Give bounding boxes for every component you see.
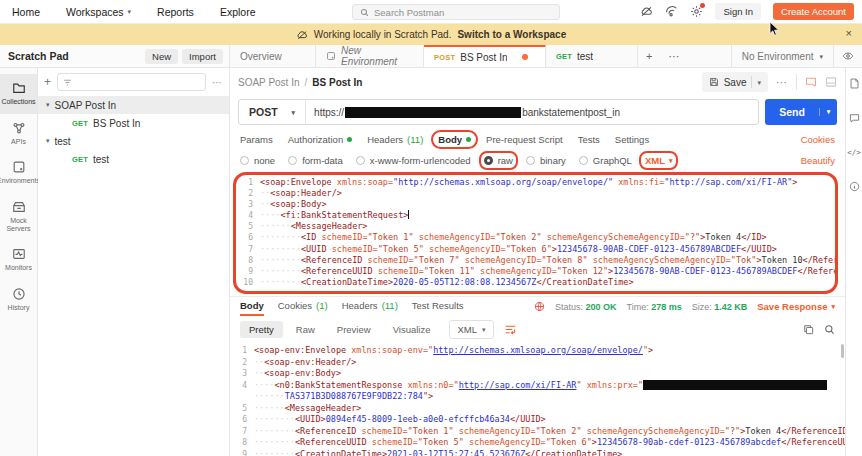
info-icon[interactable] xyxy=(849,181,860,192)
new-button[interactable]: New xyxy=(145,49,178,64)
save-options-chevron-icon[interactable]: ▾ xyxy=(757,79,761,86)
sidebar-rail-environments[interactable]: Environments xyxy=(0,153,37,193)
search-response-icon[interactable] xyxy=(824,324,835,335)
documentation-icon[interactable] xyxy=(849,78,860,89)
body-mode-none[interactable]: none xyxy=(240,155,275,166)
send-options-chevron-icon[interactable]: ▾ xyxy=(819,108,837,116)
body-language-selector[interactable]: XML ▾ xyxy=(645,155,673,166)
body-mode-graphql[interactable]: GraphQL xyxy=(579,155,632,166)
create-account-button[interactable]: Create Account xyxy=(773,3,854,20)
line-number: 4 xyxy=(236,210,260,221)
add-tab-button[interactable]: + xyxy=(638,45,660,67)
wrap-lines-icon[interactable] xyxy=(504,323,517,336)
url-input[interactable]: https://bankstatementpost_in xyxy=(306,107,628,118)
tree-collection-soap-post-in[interactable]: ▾SOAP Post In xyxy=(38,96,229,114)
comment-icon[interactable] xyxy=(849,113,860,124)
code-token: <MessageHeader> xyxy=(291,221,368,231)
view-mode-raw[interactable]: Raw xyxy=(287,321,324,338)
code-token: "Token 1" xyxy=(368,232,414,242)
sidebar-rail-apis[interactable]: APIs xyxy=(0,114,37,154)
request-body-editor[interactable]: 1<soap:Envelope xmlns:soap="http://schem… xyxy=(236,175,835,291)
response-tab-headers[interactable]: Headers(11) xyxy=(342,297,398,316)
topnav-item-workspaces[interactable]: Workspaces▾ xyxy=(66,6,131,18)
scrollbar-thumb[interactable] xyxy=(841,344,844,358)
response-tab-cookies[interactable]: Cookies(1) xyxy=(278,297,328,316)
send-button[interactable]: Send ▾ xyxy=(765,99,837,125)
tab-request-test[interactable]: GETtest xyxy=(546,45,638,67)
tree-collection-test[interactable]: ▾test xyxy=(38,132,229,150)
body-mode-x-www-form-urlencoded[interactable]: x-www-form-urlencoded xyxy=(356,155,471,166)
save-button[interactable]: Save ▾ xyxy=(702,72,768,92)
tab-headers[interactable]: Headers(11) xyxy=(367,134,423,145)
text-cursor xyxy=(408,210,409,219)
network-icon[interactable] xyxy=(534,301,545,312)
tree-request-test[interactable]: GETtest xyxy=(38,150,229,168)
copy-icon[interactable] xyxy=(803,324,814,335)
sidebar-tree-panel: + ⋯ ▾SOAP Post InGETBS Post In▾testGETte… xyxy=(38,68,230,456)
view-mode-visualize[interactable]: Visualize xyxy=(384,321,440,338)
cookies-link[interactable]: Cookies xyxy=(801,134,835,145)
chevron-expanded-icon[interactable]: ▾ xyxy=(46,101,50,109)
response-tab-body[interactable]: Body xyxy=(240,297,264,316)
sidebar-rail-collections[interactable]: Collections xyxy=(0,74,37,114)
breadcrumb-request-name[interactable]: BS Post In xyxy=(312,77,362,88)
body-mode-form-data[interactable]: form-data xyxy=(288,155,343,166)
response-body-editor[interactable]: 1<soap-env:Envelope xmlns:soap-env="http… xyxy=(230,342,845,456)
sign-in-button[interactable]: Sign In xyxy=(715,3,761,20)
code-token: "Token 5" xyxy=(418,437,464,447)
tab-request-bs-post-in[interactable]: POSTBS Post In xyxy=(424,45,546,67)
method-selector[interactable]: POST ▾ xyxy=(239,100,306,124)
tab-settings[interactable]: Settings xyxy=(615,134,649,145)
topnav-item-explore[interactable]: Explore xyxy=(220,6,256,18)
line-number: 9 xyxy=(230,449,254,456)
beautify-link[interactable]: Beautify xyxy=(801,155,835,166)
chevron-expanded-icon[interactable]: ▾ xyxy=(46,137,50,145)
code-token: </ReferenceUUID> xyxy=(797,266,835,276)
comment-disabled-icon[interactable] xyxy=(805,76,817,88)
code-token: <UUID xyxy=(301,244,332,254)
settings-gear-icon[interactable] xyxy=(690,5,703,18)
code-snippet-icon[interactable]: </> xyxy=(847,148,861,157)
tree-request-bs-post-in[interactable]: GETBS Post In xyxy=(38,114,229,132)
code-line: 9········<ReferenceUUID schemeID="Token … xyxy=(236,266,835,277)
tab-params[interactable]: Params xyxy=(240,134,273,145)
sidebar-rail-history[interactable]: History xyxy=(0,280,37,320)
sidebar-options-icon[interactable]: ⋯ xyxy=(212,77,223,88)
breadcrumb-collection[interactable]: SOAP Post In xyxy=(238,77,300,88)
environment-quick-look[interactable] xyxy=(833,45,862,67)
line-number: 8 xyxy=(236,255,260,266)
save-response-button[interactable]: Save Response ▾ xyxy=(757,301,835,312)
tab-body[interactable]: Body xyxy=(438,134,471,145)
response-tab-test-results[interactable]: Test Results xyxy=(412,297,464,316)
tab-new-environment[interactable]: New Environment xyxy=(316,45,424,67)
filter-input[interactable] xyxy=(57,73,206,91)
body-modes: noneform-datax-www-form-urlencodedrawbin… xyxy=(240,155,632,166)
response-language-selector[interactable]: XML ▾ xyxy=(449,320,493,339)
new-collection-button[interactable]: + xyxy=(44,75,51,89)
sidebar-rail-mock-servers[interactable]: Mock Servers xyxy=(0,193,37,240)
body-mode-binary[interactable]: binary xyxy=(526,155,566,166)
offline-cloud-icon[interactable] xyxy=(640,5,653,18)
import-button[interactable]: Import xyxy=(182,49,223,64)
capture-requests-icon[interactable] xyxy=(665,5,678,18)
view-mode-pretty[interactable]: Pretty xyxy=(240,321,283,338)
tab-pre-request-script[interactable]: Pre-request Script xyxy=(486,134,563,145)
tab-authorization[interactable]: Authorization xyxy=(288,134,352,145)
code-line: 3··<soap-env:Body> xyxy=(230,368,845,380)
topnav-item-reports[interactable]: Reports xyxy=(157,6,194,18)
view-mode-preview[interactable]: Preview xyxy=(328,321,380,338)
layout-pane-icon[interactable] xyxy=(825,76,837,88)
topnav-item-home[interactable]: Home xyxy=(12,6,40,18)
sidebar-rail-monitors[interactable]: Monitors xyxy=(0,240,37,280)
request-options-icon[interactable]: ⋯ xyxy=(776,76,788,89)
tab-overview[interactable]: Overview xyxy=(230,45,316,67)
search-postman-input[interactable]: Search Postman xyxy=(352,4,560,20)
switch-workspace-link[interactable]: Switch to a Workspace xyxy=(457,29,566,40)
body-mode-raw[interactable]: raw xyxy=(484,155,513,166)
environment-selector[interactable]: No Environment ▾ xyxy=(731,45,833,67)
banner-close-icon[interactable]: × xyxy=(846,27,852,39)
url-field[interactable]: POST ▾ https://bankstatementpost_in xyxy=(238,99,759,125)
code-line: 8········<ReferenceUUID schemeID="Token … xyxy=(230,437,845,449)
tab-options-icon[interactable]: ⋯ xyxy=(660,45,687,67)
tab-tests[interactable]: Tests xyxy=(578,134,600,145)
